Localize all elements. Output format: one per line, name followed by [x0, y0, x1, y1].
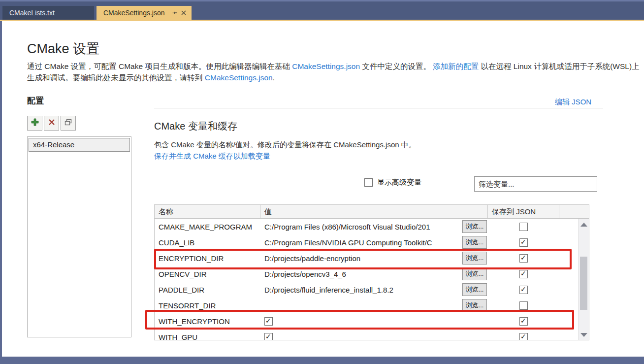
edit-json-link[interactable]: 编辑 JSON — [555, 98, 591, 107]
table-row[interactable]: OPENCV_DIRD:/projects/opencv3_4_6浏览... — [155, 266, 589, 282]
intro-text: . — [273, 73, 275, 82]
show-advanced-row: 显示高级变量 — [364, 178, 421, 187]
save-to-json-checkbox[interactable] — [519, 254, 528, 263]
column-header-save-to-json[interactable]: 保存到 JSON — [488, 205, 559, 218]
tab-cmakelists[interactable]: CMakeLists.txt — [2, 6, 94, 20]
table-row[interactable]: PADDLE_DIRD:/projects/fluid_inference_in… — [155, 282, 589, 298]
save-to-json-checkbox[interactable] — [519, 270, 528, 278]
column-header-name[interactable]: 名称 — [155, 205, 260, 218]
save-to-json-checkbox[interactable] — [519, 333, 528, 341]
variable-name: CMAKE_MAKE_PROGRAM — [155, 223, 260, 231]
configurations-list[interactable]: x64-Release — [27, 136, 131, 337]
variable-value[interactable]: D:/projects/opencv3_4_6 — [260, 270, 459, 278]
table-header: 名称 值 保存到 JSON — [155, 205, 589, 219]
variable-value-cell: D:/projects/fluid_inference_install_1.8.… — [260, 282, 488, 298]
configurations-heading: 配置 — [27, 95, 44, 106]
browse-button[interactable]: 浏览... — [462, 267, 487, 280]
variables-table: 名称 值 保存到 JSON CMAKE_MAKE_PROGRAMC:/Progr… — [154, 204, 589, 340]
browse-button[interactable]: 浏览... — [462, 283, 487, 296]
arrow-down-icon[interactable] — [580, 333, 587, 337]
variable-value-checkbox[interactable] — [264, 317, 273, 326]
show-advanced-checkbox[interactable] — [364, 178, 373, 187]
variable-name: CUDA_LIB — [155, 238, 260, 247]
scrollbar-thumb[interactable] — [580, 257, 587, 310]
table-row[interactable]: CUDA_LIBC:/Program Files/NVIDIA GPU Comp… — [155, 234, 589, 250]
table-row[interactable]: ENCRYPTION_DIRD:/projects/paddle-encrypt… — [155, 250, 589, 266]
variables-heading: CMake 变量和缓存 — [154, 120, 237, 133]
variable-value-cell: C:/Program Files (x86)/Microsoft Visual … — [260, 219, 488, 234]
save-to-json-checkbox[interactable] — [519, 286, 528, 294]
remove-configuration-button[interactable] — [44, 116, 59, 131]
variable-name: ENCRYPTION_DIR — [155, 254, 260, 263]
variable-name: WITH_ENCRYPTION — [155, 317, 260, 326]
save-to-json-checkbox[interactable] — [519, 223, 528, 231]
tab-label: CMakeSettings.json — [103, 9, 165, 17]
variables-description: 包含 CMake 变量的名称/值对。修改后的变量将保存在 CMakeSettin… — [154, 140, 416, 150]
variable-value-cell — [260, 313, 488, 329]
table-body: CMAKE_MAKE_PROGRAMC:/Program Files (x86)… — [155, 219, 589, 340]
tab-cmakesettings[interactable]: CMakeSettings.json — [97, 6, 192, 20]
save-to-json-checkbox[interactable] — [519, 238, 528, 247]
filter-variables-input[interactable] — [474, 176, 597, 192]
variable-value-cell: 浏览... — [260, 298, 488, 313]
browse-button[interactable]: 浏览... — [462, 236, 487, 249]
close-icon[interactable] — [180, 9, 188, 17]
variable-value[interactable]: C:/Program Files/NVIDIA GPU Computing To… — [260, 238, 459, 247]
copy-icon — [64, 118, 72, 129]
configurations-toolbar — [27, 116, 76, 131]
plus-icon — [31, 118, 39, 129]
save-to-json-checkbox[interactable] — [519, 301, 528, 310]
variable-value-cell — [260, 329, 488, 340]
browse-button[interactable]: 浏览... — [462, 220, 487, 233]
browse-button[interactable]: 浏览... — [462, 299, 487, 312]
variable-value-checkbox[interactable] — [264, 333, 273, 341]
table-row[interactable]: WITH_ENCRYPTION — [155, 313, 589, 329]
save-to-json-cell — [488, 270, 559, 278]
save-and-generate-link[interactable]: 保存并生成 CMake 缓存以加载变量 — [154, 152, 270, 161]
variable-name: WITH_GPU — [155, 333, 260, 341]
window-frame-bottom — [0, 357, 644, 364]
vertical-scrollbar[interactable] — [578, 219, 589, 340]
variable-value-cell: C:/Program Files/NVIDIA GPU Computing To… — [260, 234, 488, 250]
x-icon — [48, 118, 56, 128]
arrow-up-icon[interactable] — [580, 223, 587, 227]
tab-label: CMakeLists.txt — [9, 9, 55, 17]
document-tab-bar: CMakeLists.txt CMakeSettings.json — [0, 0, 644, 20]
duplicate-configuration-button[interactable] — [61, 116, 76, 131]
column-header-value[interactable]: 值 — [260, 205, 488, 218]
variable-value[interactable]: D:/projects/fluid_inference_install_1.8.… — [260, 286, 459, 294]
variable-name: OPENCV_DIR — [155, 270, 260, 278]
add-configuration-button[interactable] — [27, 116, 42, 131]
intro-text: 通过 CMake 设置，可配置 CMake 项目生成和版本。使用此编辑器编辑在基… — [27, 62, 292, 70]
table-row[interactable]: TENSORRT_DIR浏览... — [155, 298, 589, 313]
save-to-json-cell — [488, 254, 559, 263]
save-to-json-cell — [488, 286, 559, 294]
show-advanced-label: 显示高级变量 — [377, 178, 421, 187]
save-to-json-cell — [488, 301, 559, 310]
intro-link[interactable]: CMakeSettings.json — [292, 62, 360, 70]
save-to-json-cell — [488, 317, 559, 326]
save-to-json-checkbox[interactable] — [519, 317, 528, 326]
configuration-list-item[interactable]: x64-Release — [29, 138, 130, 152]
section-divider — [154, 108, 603, 108]
browse-button[interactable]: 浏览... — [462, 252, 487, 265]
intro-link[interactable]: CMakeSettings.json — [205, 73, 273, 82]
variable-value-cell: D:/projects/paddle-encryption浏览... — [260, 250, 488, 266]
variable-value[interactable]: D:/projects/paddle-encryption — [260, 254, 459, 263]
save-to-json-cell — [488, 223, 559, 231]
variable-name: TENSORRT_DIR — [155, 301, 260, 310]
variable-name: PADDLE_DIR — [155, 286, 260, 294]
table-row[interactable]: CMAKE_MAKE_PROGRAMC:/Program Files (x86)… — [155, 219, 589, 234]
variable-value[interactable]: C:/Program Files (x86)/Microsoft Visual … — [260, 223, 459, 231]
save-to-json-cell — [488, 333, 559, 341]
page-title: CMake 设置 — [27, 40, 99, 58]
pin-icon[interactable] — [171, 9, 179, 17]
table-row[interactable]: WITH_GPU — [155, 329, 589, 340]
variable-value-cell: D:/projects/opencv3_4_6浏览... — [260, 266, 488, 282]
cmake-settings-editor: CMake 设置 通过 CMake 设置，可配置 CMake 项目生成和版本。使… — [2, 21, 644, 357]
page-intro: 通过 CMake 设置，可配置 CMake 项目生成和版本。使用此编辑器编辑在基… — [27, 61, 644, 83]
column-header-extra — [559, 205, 579, 218]
intro-text: 文件中定义的设置。 — [360, 62, 433, 70]
intro-link[interactable]: 添加新的配置 — [433, 62, 479, 70]
save-to-json-cell — [488, 238, 559, 247]
